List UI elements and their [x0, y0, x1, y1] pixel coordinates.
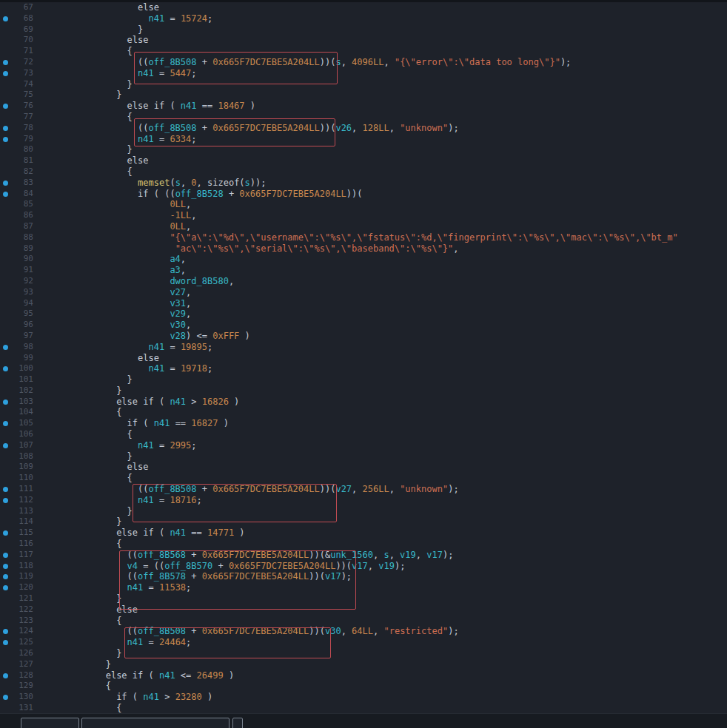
code-text: n41 = 5447;	[36, 68, 197, 79]
code-text: else	[36, 2, 159, 13]
code-text: }	[36, 648, 121, 659]
code-line: 117 ((off_8B568 + 0x665F7DC7EBE5A204LL))…	[0, 550, 727, 561]
line-number: 96	[0, 320, 36, 331]
code-line: 94 v31,	[0, 298, 727, 309]
code-line: 85 0LL,	[0, 199, 727, 210]
line-number: 67	[0, 2, 36, 13]
gutter-cell: 102	[0, 385, 36, 397]
code-text: ((off_8B578 + 0x665F7DC7EBE5A204LL))(v17…	[36, 571, 352, 582]
code-line: 103 else if ( n41 > 16826 )	[0, 397, 727, 408]
code-text: ((off_8B568 + 0x665F7DC7EBE5A204LL))(&un…	[36, 550, 453, 561]
code-lines: 67 else68 n41 = 15724;69 }70 else71 {72 …	[0, 2, 727, 714]
code-text: v29,	[36, 309, 191, 320]
breakpoint-dot[interactable]	[3, 181, 8, 186]
breakpoint-dot[interactable]	[3, 60, 8, 65]
gutter-cell: 92	[0, 276, 36, 287]
bottom-tab-fragment[interactable]	[232, 718, 243, 728]
breakpoint-dot[interactable]	[3, 345, 8, 350]
gutter-cell: 113	[0, 506, 36, 517]
gutter-cell: 70	[0, 35, 36, 46]
code-text: }	[36, 79, 133, 90]
code-text: if ( n41 == 16827 )	[36, 418, 229, 429]
code-line: 110 {	[0, 473, 727, 484]
breakpoint-dot[interactable]	[3, 673, 8, 678]
code-line: 112 n41 = 18716;	[0, 495, 727, 506]
breakpoint-dot[interactable]	[3, 16, 8, 21]
line-number: 70	[0, 35, 36, 46]
code-line: 106 {	[0, 429, 727, 440]
code-text: n41 = 19895;	[36, 342, 212, 353]
line-number: 127	[0, 659, 36, 670]
code-text: a3,	[36, 265, 186, 276]
code-text: a4,	[36, 254, 186, 265]
code-text: {	[36, 616, 121, 627]
gutter-cell: 116	[0, 539, 36, 550]
gutter-cell: 73	[0, 68, 36, 79]
gutter-cell: 107	[0, 440, 36, 451]
gutter-cell: 69	[0, 24, 36, 36]
line-number: 71	[0, 46, 36, 57]
breakpoint-dot[interactable]	[3, 564, 8, 569]
line-number: 87	[0, 221, 36, 232]
code-text: else if ( n41 == 14771 )	[36, 528, 245, 539]
bottom-tab-fragment[interactable]	[21, 718, 79, 728]
gutter-cell: 108	[0, 451, 36, 462]
breakpoint-dot[interactable]	[3, 498, 8, 503]
breakpoint-dot[interactable]	[3, 126, 8, 131]
breakpoint-dot[interactable]	[3, 487, 8, 492]
line-number: 74	[0, 79, 36, 90]
code-text: n41 = 18716;	[36, 495, 202, 506]
gutter-cell: 110	[0, 473, 36, 484]
line-number: 101	[0, 374, 36, 385]
breakpoint-dot[interactable]	[3, 192, 8, 197]
code-text: {	[36, 473, 133, 484]
code-text: ((off_8B508 + 0x665F7DC7EBE5A204LL))(v26…	[36, 123, 459, 134]
code-text: n41 = 24464;	[36, 637, 191, 648]
code-text: else	[36, 604, 138, 616]
line-number: 82	[0, 166, 36, 178]
line-number: 93	[0, 287, 36, 298]
code-line: 83 memset(s, 0, sizeof(s));	[0, 178, 727, 189]
line-number: 129	[0, 681, 36, 692]
gutter-cell: 86	[0, 210, 36, 221]
line-number: 81	[0, 155, 36, 166]
code-text: -1LL,	[36, 210, 197, 221]
breakpoint-dot[interactable]	[3, 71, 8, 76]
gutter-cell: 95	[0, 309, 36, 320]
gutter-cell: 101	[0, 374, 36, 385]
line-number: 116	[0, 539, 36, 550]
code-text: n41 = 2995;	[36, 440, 197, 451]
code-line: 86 -1LL,	[0, 210, 727, 221]
gutter-cell: 74	[0, 79, 36, 90]
code-line: 79 n41 = 6334;	[0, 134, 727, 145]
line-number: 106	[0, 429, 36, 440]
code-text: v27,	[36, 287, 191, 298]
gutter-cell: 112	[0, 495, 36, 506]
code-text: {	[36, 166, 133, 178]
code-text: else	[36, 35, 149, 46]
breakpoint-dot[interactable]	[3, 553, 8, 558]
breakpoint-dot[interactable]	[3, 400, 8, 405]
line-number: 126	[0, 648, 36, 659]
gutter-cell: 91	[0, 265, 36, 276]
line-number: 77	[0, 112, 36, 123]
gutter-cell: 94	[0, 298, 36, 309]
line-number: 97	[0, 331, 36, 342]
code-text: {	[36, 539, 121, 550]
breakpoint-dot[interactable]	[3, 137, 8, 142]
line-number: 121	[0, 593, 36, 604]
gutter-cell: 114	[0, 516, 36, 528]
bottom-tab-fragment[interactable]	[81, 718, 230, 728]
code-text: n41 = 19718;	[36, 363, 212, 374]
gutter-cell: 96	[0, 320, 36, 331]
gutter-cell: 100	[0, 363, 36, 374]
code-text: }	[36, 385, 121, 397]
breakpoint-dot[interactable]	[3, 443, 8, 448]
code-text: {	[36, 407, 121, 418]
code-line: 104 {	[0, 407, 727, 418]
code-line: 92 dword_8B580,	[0, 276, 727, 287]
code-line: 123 {	[0, 616, 727, 627]
gutter-cell: 83	[0, 178, 36, 189]
code-line: 121 }	[0, 593, 727, 604]
code-line: 82 {	[0, 166, 727, 178]
